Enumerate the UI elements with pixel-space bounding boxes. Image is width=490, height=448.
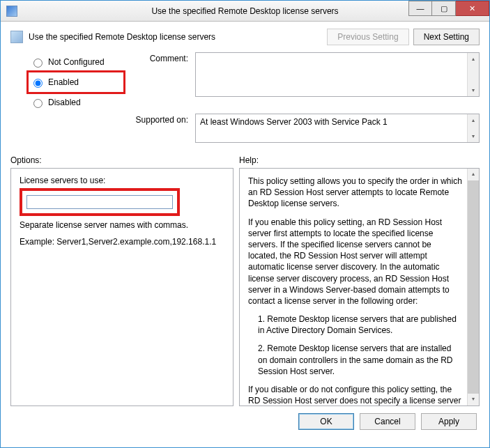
previous-setting-button[interactable]: Previous Setting [327,29,408,45]
window-controls: — ▢ ✕ [408,1,489,21]
radio-enabled[interactable]: Enabled [30,77,118,88]
scroll-down-icon[interactable]: ▾ [468,394,479,405]
supported-text: At least Windows Server 2003 with Servic… [200,117,388,127]
minimize-button[interactable]: — [408,1,432,16]
cancel-button[interactable]: Cancel [360,413,415,430]
app-icon [6,6,17,17]
supported-box: At least Windows Server 2003 with Servic… [195,114,480,143]
radio-enabled-input[interactable] [33,79,43,88]
help-section-label: Help: [239,155,480,165]
state-radio-group: Not Configured Enabled Disabled [10,56,125,108]
comment-scrollbar[interactable]: ▴ ▾ [467,53,479,96]
radio-enabled-label: Enabled [48,77,79,87]
help-p3: 1. Remote Desktop license servers that a… [248,314,462,336]
radio-disabled-label: Disabled [48,98,81,107]
help-scrollbar[interactable]: ▴ ▾ [467,169,479,405]
title-bar: Use the specified Remote Desktop license… [1,1,489,22]
scroll-up-icon[interactable]: ▴ [468,114,479,126]
maximize-button[interactable]: ▢ [432,1,456,16]
license-servers-input[interactable] [26,195,173,209]
license-servers-label: License servers to use: [20,176,224,185]
scroll-down-icon[interactable]: ▾ [468,84,479,96]
radio-disabled-input[interactable] [33,99,43,108]
scroll-up-icon[interactable]: ▴ [468,53,479,65]
help-p5: If you disable or do not configure this … [248,384,462,406]
ok-button[interactable]: OK [298,413,354,430]
radio-not-configured-label: Not Configured [48,57,105,67]
license-hint-1: Separate license server names with comma… [20,220,224,230]
radio-not-configured-input[interactable] [33,59,43,68]
options-section-label: Options: [10,155,233,165]
scroll-down-icon[interactable]: ▾ [468,130,479,142]
radio-disabled[interactable]: Disabled [30,97,125,108]
header-row: Use the specified Remote Desktop license… [10,29,480,45]
apply-button[interactable]: Apply [421,413,477,430]
enabled-highlight: Enabled [26,70,125,94]
comment-label: Comment: [125,52,195,63]
supported-scrollbar[interactable]: ▴ ▾ [467,114,479,142]
next-setting-button[interactable]: Next Setting [413,29,480,45]
scroll-thumb[interactable] [468,180,479,394]
close-button[interactable]: ✕ [456,1,489,16]
help-panel: This policy setting allows you to specif… [239,168,480,406]
help-p2: If you enable this policy setting, an RD… [248,217,462,307]
policy-icon [10,31,23,43]
help-p1: This policy setting allows you to specif… [248,176,462,210]
options-panel: License servers to use: Separate license… [10,168,233,406]
license-input-highlight [20,188,180,216]
scroll-up-icon[interactable]: ▴ [468,169,479,180]
help-p4: 2. Remote Desktop license servers that a… [248,343,462,377]
radio-not-configured[interactable]: Not Configured [30,56,125,68]
comment-textarea[interactable]: ▴ ▾ [195,52,480,97]
dialog-footer: OK Cancel Apply [10,413,480,430]
policy-subtitle: Use the specified Remote Desktop license… [29,32,215,42]
license-hint-2: Example: Server1,Server2.example.com,192… [20,237,224,247]
supported-label: Supported on: [125,114,195,125]
